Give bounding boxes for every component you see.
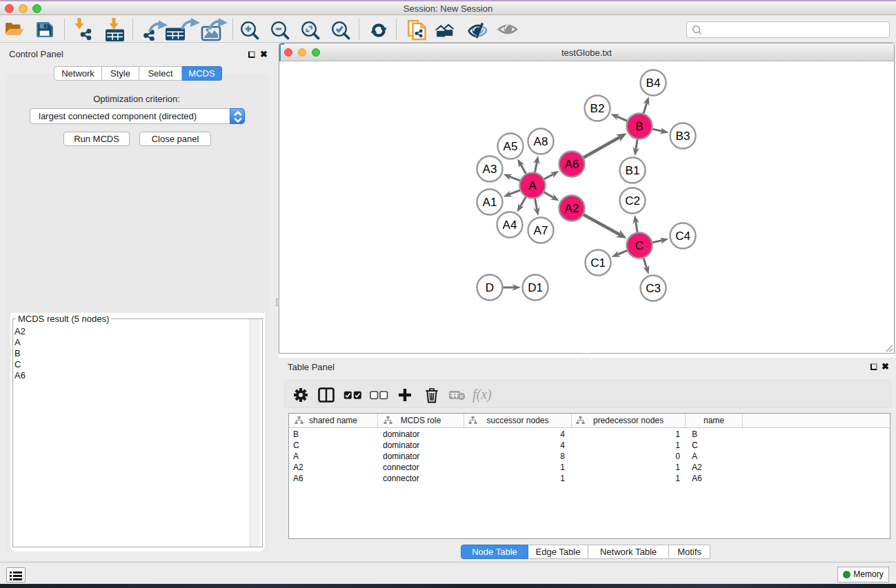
svg-text:A6: A6 [565,158,579,171]
svg-text:A1: A1 [483,196,497,209]
svg-text:B: B [635,120,643,133]
svg-text:C3: C3 [646,282,661,295]
svg-text:A2: A2 [565,202,579,215]
svg-text:B3: B3 [676,130,690,143]
svg-text:B1: B1 [626,164,640,177]
svg-text:C2: C2 [625,194,640,207]
svg-text:A5: A5 [504,140,518,153]
svg-text:A8: A8 [534,135,548,148]
svg-text:A7: A7 [534,224,548,237]
svg-text:D1: D1 [528,281,543,294]
svg-text:C1: C1 [590,256,606,270]
svg-text:C: C [635,239,644,252]
svg-text:C4: C4 [675,230,690,243]
svg-text:B4: B4 [646,77,661,90]
svg-text:A4: A4 [503,219,517,232]
svg-text:B2: B2 [590,102,605,115]
svg-text:D: D [486,281,494,294]
svg-text:A: A [528,179,537,192]
svg-text:A3: A3 [483,163,497,176]
